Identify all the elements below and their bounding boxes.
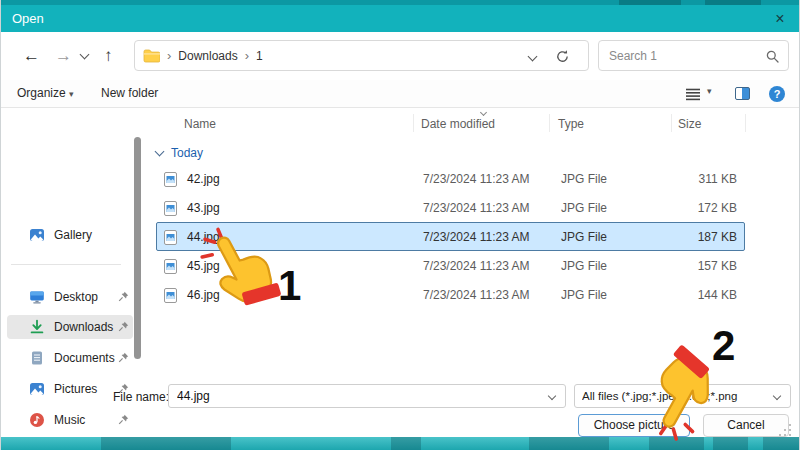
sidebar-item-label: Pictures	[54, 382, 97, 396]
downloads-icon	[29, 319, 45, 335]
refresh-icon[interactable]	[555, 49, 570, 64]
pin-icon	[118, 414, 129, 425]
breadcrumb-folder-1[interactable]: 1	[256, 49, 263, 63]
navigation-bar: ← → ↑ › Downloads › 1	[1, 32, 800, 80]
jpg-file-icon	[164, 201, 177, 219]
breadcrumb-downloads[interactable]: Downloads	[178, 49, 237, 63]
jpg-file-icon	[164, 172, 177, 190]
close-icon[interactable]: ×	[769, 8, 791, 30]
column-header-row: Name Date modified Type Size	[151, 110, 800, 136]
file-row[interactable]: 42.jpg 7/23/2024 11:23 AM JPG File 311 K…	[156, 164, 745, 193]
background-window-segment	[713, 437, 748, 450]
search-input[interactable]	[609, 42, 759, 69]
column-header-size[interactable]: Size	[678, 117, 701, 131]
file-size: 157 KB	[698, 259, 737, 273]
jpg-file-icon	[164, 288, 177, 306]
sidebar-item-desktop[interactable]: Desktop	[7, 285, 133, 309]
column-divider	[671, 114, 672, 132]
column-header-type[interactable]: Type	[558, 117, 584, 131]
step-1-label: 1	[278, 262, 301, 310]
file-type: JPG File	[561, 201, 607, 215]
file-date: 7/23/2024 11:23 AM	[423, 259, 530, 273]
pin-icon	[118, 352, 129, 363]
sidebar-scrollbar[interactable]	[134, 137, 141, 359]
address-bar[interactable]: › Downloads › 1	[134, 40, 589, 71]
organize-caret-icon: ▾	[69, 89, 74, 99]
file-name: 42.jpg	[187, 172, 220, 186]
jpg-file-icon	[164, 259, 177, 277]
file-type: JPG File	[561, 230, 607, 244]
column-header-name[interactable]: Name	[184, 117, 216, 131]
search-box	[598, 40, 789, 71]
background-window-segment	[391, 437, 421, 450]
breadcrumb-separator: ›	[245, 48, 249, 63]
breadcrumb-separator: ›	[167, 48, 171, 63]
file-size: 144 KB	[698, 288, 737, 302]
file-type: JPG File	[561, 172, 607, 186]
column-divider	[549, 114, 550, 132]
forward-icon[interactable]: →	[55, 44, 72, 68]
step-2-label: 2	[712, 322, 735, 370]
sidebar-item-label: Gallery	[54, 228, 92, 242]
new-folder-button[interactable]: New folder	[101, 86, 158, 100]
gallery-icon	[29, 227, 45, 243]
sidebar-separator	[11, 264, 121, 265]
column-header-date-modified[interactable]: Date modified	[421, 117, 495, 131]
resize-grip[interactable]	[777, 424, 793, 438]
background-window-segment	[529, 437, 609, 450]
background-window-segment	[763, 437, 800, 450]
file-name: 43.jpg	[187, 201, 220, 215]
sidebar-item-label: Desktop	[54, 290, 98, 304]
file-size: 187 KB	[698, 230, 737, 244]
search-icon[interactable]	[766, 50, 779, 63]
sidebar-item-label: Downloads	[54, 320, 113, 334]
up-icon[interactable]: ↑	[104, 44, 113, 68]
organize-button[interactable]: Organize ▾	[17, 86, 74, 100]
column-divider	[745, 114, 746, 132]
sidebar: Gallery Desktop Downloads	[1, 109, 149, 437]
documents-icon	[29, 350, 45, 366]
background-window-segment	[101, 437, 231, 450]
sidebar-item-label: Music	[54, 413, 85, 427]
address-dropdown-icon[interactable]	[528, 52, 538, 62]
music-icon	[29, 412, 45, 428]
pictures-icon	[29, 381, 45, 397]
sidebar-item-documents[interactable]: Documents	[7, 346, 133, 370]
file-name-input[interactable]	[177, 386, 537, 406]
file-type-dropdown-icon	[773, 392, 781, 400]
sidebar-item-gallery[interactable]: Gallery	[7, 223, 133, 247]
file-date: 7/23/2024 11:23 AM	[423, 172, 530, 186]
desktop-icon	[29, 289, 45, 305]
file-date: 7/23/2024 11:23 AM	[423, 201, 530, 215]
file-size: 172 KB	[698, 201, 737, 215]
pin-icon	[118, 291, 129, 302]
pin-icon	[118, 321, 129, 332]
help-icon[interactable]: ?	[769, 86, 785, 102]
preview-pane-icon[interactable]	[735, 87, 750, 100]
file-type: JPG File	[561, 259, 607, 273]
sidebar-item-label: Documents	[54, 351, 115, 365]
sidebar-item-downloads[interactable]: Downloads	[7, 315, 133, 339]
file-type: JPG File	[561, 288, 607, 302]
sort-chevron-icon	[480, 109, 487, 116]
history-chevron-icon[interactable]	[80, 50, 90, 60]
file-name-dropdown-icon[interactable]	[548, 392, 556, 400]
command-bar: Organize ▾ New folder ▾ ?	[1, 80, 800, 108]
folder-icon	[143, 49, 160, 63]
window-title: Open	[1, 11, 44, 26]
file-date: 7/23/2024 11:23 AM	[423, 288, 530, 302]
group-header-today[interactable]: Today	[156, 146, 203, 160]
file-date: 7/23/2024 11:23 AM	[423, 230, 530, 244]
group-label: Today	[171, 146, 203, 160]
sidebar-item-music[interactable]: Music	[7, 408, 133, 432]
view-list-icon[interactable]	[685, 88, 701, 101]
file-name-label: File name:	[113, 390, 169, 404]
views-caret-icon[interactable]: ▾	[707, 86, 712, 96]
column-divider	[413, 114, 414, 132]
titlebar: Open ×	[1, 5, 800, 32]
back-icon[interactable]: ←	[23, 44, 40, 68]
file-name-field	[168, 384, 566, 408]
file-size: 311 KB	[699, 172, 737, 186]
group-collapse-icon[interactable]	[155, 147, 165, 157]
open-dialog: Open × ← → ↑ › Downloads › 1	[0, 0, 800, 450]
